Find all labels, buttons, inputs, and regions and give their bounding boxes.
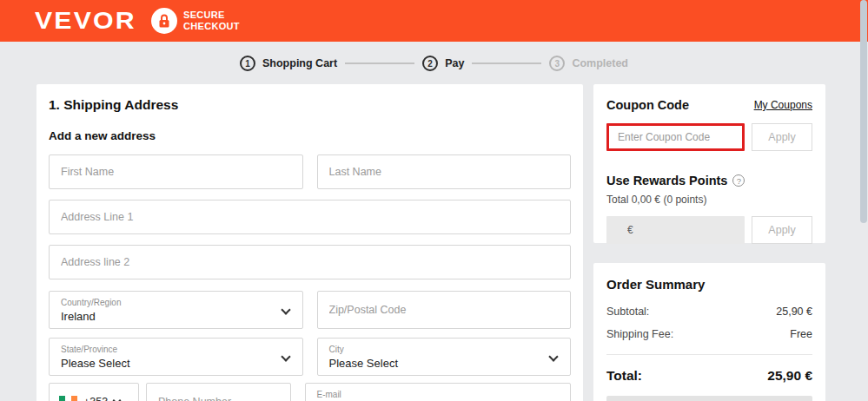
checkout-header: VEVOR SECURE CHECKOUT [0, 0, 868, 42]
help-icon[interactable]: ? [732, 174, 745, 187]
step-3-circle: 3 [549, 56, 565, 71]
my-coupons-link[interactable]: My Coupons [754, 99, 812, 111]
country-region-select[interactable]: Country/Region Ireland [49, 291, 303, 329]
step-pay[interactable]: 2 Pay [422, 56, 464, 71]
address2-row [49, 245, 571, 279]
coupon-code-title: Coupon Code [606, 98, 689, 112]
secure-checkout-label: SECURE CHECKOUT [183, 10, 240, 31]
add-new-address-subtitle: Add a new address [49, 129, 571, 142]
state-province-select[interactable]: State/Province Please Select [49, 338, 303, 376]
chevron-down-icon [113, 397, 122, 401]
name-row [49, 154, 571, 189]
shipping-fee-row: Shipping Fee: Free [606, 328, 812, 340]
country-zip-row: Country/Region Ireland [49, 291, 571, 329]
zip-postal-code-input[interactable] [317, 291, 572, 329]
step-shopping-cart[interactable]: 1 Shopping Cart [240, 56, 337, 71]
state-city-row: State/Province Please Select City Please… [49, 338, 571, 376]
secure-checkout-badge: SECURE CHECKOUT [151, 8, 240, 34]
total-value: 25,90 € [767, 368, 812, 384]
subtotal-row: Subtotal: 25,90 € [606, 306, 812, 318]
step-completed: 3 Completed [549, 56, 628, 71]
total-row: Total: 25,90 € [606, 368, 812, 384]
phone-email-row: +353 E-mail tayla.marsh@lcvpsavingsgroup… [49, 383, 571, 401]
email-field[interactable]: E-mail tayla.marsh@lcvpsavingsgroup.com [305, 383, 572, 401]
vevor-logo[interactable]: VEVOR [35, 7, 136, 35]
rewards-points-title: Use Rewards Points [606, 174, 727, 187]
rewards-amount-input[interactable] [606, 216, 745, 244]
shipping-fee-value: Free [790, 328, 812, 340]
address-line2-input[interactable] [49, 245, 571, 279]
step-connector [345, 62, 414, 64]
order-summary-card: Order Summary Subtotal: 25,90 € Shipping… [593, 263, 825, 401]
last-name-input[interactable] [317, 154, 572, 189]
subtotal-value: 25,90 € [776, 306, 812, 318]
lock-icon [158, 14, 170, 29]
shipping-address-card: 1. Shipping Address Add a new address Co… [36, 84, 583, 401]
scrollbar-thumb[interactable] [860, 0, 867, 223]
summary-divider [606, 354, 812, 355]
shipping-address-title: 1. Shipping Address [49, 97, 571, 113]
step-2-circle: 2 [422, 56, 438, 71]
step-1-circle: 1 [240, 56, 255, 71]
first-name-input[interactable] [49, 154, 303, 189]
ireland-flag-icon [59, 396, 77, 401]
coupon-apply-button[interactable]: Apply [752, 123, 812, 151]
lock-badge-circle [151, 8, 177, 34]
phone-number-input[interactable] [146, 383, 291, 401]
pay-securely-button[interactable]: Pay Securely Now [606, 396, 812, 401]
city-select[interactable]: City Please Select [317, 338, 572, 376]
address1-row [49, 200, 571, 234]
order-summary-title: Order Summary [606, 277, 812, 292]
rewards-apply-button[interactable]: Apply [752, 216, 812, 244]
coupon-rewards-card: Coupon Code My Coupons Apply Use Rewards… [593, 84, 825, 243]
phone-group: +353 [49, 383, 291, 401]
address-line1-input[interactable] [49, 200, 571, 234]
coupon-code-input[interactable] [606, 123, 745, 151]
step-connector [472, 62, 541, 64]
phone-prefix-select[interactable]: +353 [49, 383, 139, 401]
rewards-total-text: Total 0,00 € (0 points) [606, 194, 812, 206]
checkout-progress: 1 Shopping Cart 2 Pay 3 Completed [0, 42, 868, 85]
